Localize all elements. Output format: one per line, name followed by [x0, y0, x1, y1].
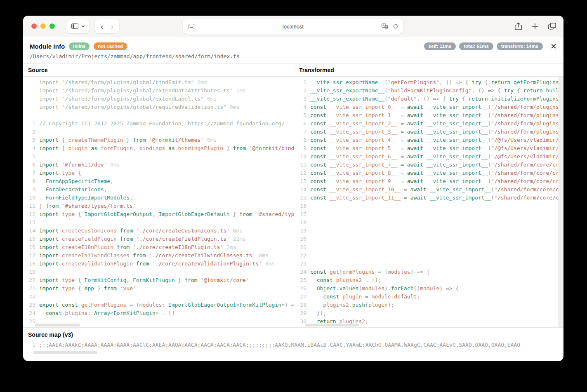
- svg-text:A: A: [383, 24, 385, 27]
- source-horizontal-scrollbar[interactable]: [35, 324, 80, 326]
- tab-overview-icon[interactable]: [548, 23, 556, 30]
- line-number: [23, 95, 35, 103]
- code-text: export const getFormPlugins = (modules: …: [39, 301, 294, 309]
- code-line: 6import '@formkit/dev' 0ms: [23, 161, 294, 169]
- code-line: 5const __vite_ssr_import_1__ = await __v…: [294, 111, 563, 120]
- code-text: __vite_ssr_exportName__("default", () =>…: [310, 95, 563, 103]
- line-number: 6: [23, 161, 35, 169]
- code-line: 16: [294, 202, 563, 210]
- code-line: 28 plugins2.push(plugin);: [294, 301, 563, 309]
- code-line: import "/shared/form/plugins/global/exte…: [23, 87, 294, 95]
- code-text: const __vite_ssr_import_8__ = await __vi…: [310, 169, 563, 177]
- code-text: import createI18nPlugin from './core/cre…: [39, 243, 236, 251]
- sidebar-toggle-button[interactable]: [67, 19, 89, 33]
- code-text: const __vite_ssr_import_0__ = await __vi…: [310, 103, 563, 111]
- code-line: 22: [23, 293, 294, 301]
- line-number: 12: [23, 210, 35, 218]
- code-line: 11} from '#shared/types/form.ts': [23, 202, 294, 210]
- source-code[interactable]: import "/shared/form/plugins/global/bind…: [23, 77, 294, 327]
- transformed-panel-title: Transformed: [294, 64, 563, 76]
- code-text: const __vite_ssr_import_3__ = await __vi…: [310, 128, 563, 136]
- transformed-horizontal-scrollbar[interactable]: [305, 324, 359, 326]
- share-icon[interactable]: [515, 22, 522, 31]
- code-text: } from '#shared/types/form.ts': [39, 202, 136, 210]
- line-number: 9: [294, 144, 306, 153]
- line-number: 11: [294, 161, 306, 169]
- code-line: 19: [294, 227, 563, 235]
- translate-icon[interactable]: A文: [382, 23, 389, 29]
- code-text: import '@formkit/dev' 0ms: [39, 161, 120, 169]
- transformed-code[interactable]: 1__vite_ssr_exportName__("getFormPlugins…: [294, 77, 563, 327]
- code-text: __vite_ssr_exportName__("buildFormKitPlu…: [310, 87, 563, 95]
- sourcemap-line: 1;;;AAEA;AAAkC;AAAA;AAAA;AAAA;AAClC;AAEA…: [23, 340, 563, 350]
- line-number: 19: [294, 227, 306, 235]
- code-line: 21import type { App } from 'vue': [23, 284, 294, 293]
- line-number: 16: [294, 202, 306, 210]
- line-number: 18: [23, 260, 35, 268]
- browser-toolbar: ‹ › localhost A文: [23, 16, 563, 37]
- line-number: 17: [23, 251, 35, 260]
- line-number: [23, 111, 35, 120]
- code-line: 17import createTailwindClasses from './c…: [23, 251, 294, 260]
- code-text: const __vite_ssr_import_5__ = await __vi…: [310, 144, 563, 153]
- traffic-lights: [31, 23, 55, 29]
- back-button[interactable]: ‹: [101, 22, 104, 31]
- code-text: Object.values(modules).forEach((module) …: [310, 284, 459, 293]
- code-line: 21: [294, 243, 563, 251]
- line-number: 2: [294, 87, 306, 95]
- code-text: FormFieldTypeImportModules,: [39, 194, 133, 202]
- code-text: const __vite_ssr_import_9__ = await __vi…: [310, 177, 563, 185]
- code-line: 20: [294, 235, 563, 243]
- line-number: 2: [23, 128, 35, 136]
- code-text: FormAppSpecificTheme,: [39, 177, 113, 185]
- window-zoom-button[interactable]: [50, 23, 55, 29]
- code-line: 7const __vite_ssr_import_3__ = await __v…: [294, 128, 563, 136]
- timing-badges: self: 11ms total: 61ms transform: 14ms: [424, 42, 543, 50]
- code-text: plugins2.push(plugin);: [310, 301, 394, 309]
- code-line: 9const __vite_ssr_import_5__ = await __v…: [294, 144, 563, 153]
- code-text: import type { ImportGlobEagerOutput, Imp…: [39, 210, 294, 218]
- forward-button[interactable]: ›: [111, 22, 114, 31]
- code-line: 23: [294, 260, 563, 268]
- code-line: 9 FormDecoratorIcons,: [23, 185, 294, 194]
- close-icon[interactable]: ✕: [550, 42, 557, 50]
- code-line: import "/shared/form/plugins/global/exte…: [23, 95, 294, 103]
- sourcemap-horizontal-scrollbar[interactable]: [33, 351, 97, 354]
- source-panel-title: Source: [23, 64, 294, 76]
- code-line: 4import { plugin as formPlugin, bindings…: [23, 144, 294, 153]
- vertical-scrollbar[interactable]: [558, 77, 563, 327]
- window-close-button[interactable]: [31, 23, 37, 29]
- line-number: 12: [294, 169, 306, 177]
- panel-headers: Source Transformed: [23, 63, 563, 77]
- line-number: 1: [294, 78, 306, 87]
- reload-icon[interactable]: [393, 23, 398, 29]
- code-line: 14import createCustomIcons from './core/…: [23, 227, 294, 235]
- url-text[interactable]: localhost: [183, 23, 403, 30]
- module-file-path: /Users/vladimir/Projects/zammad/app/fron…: [30, 53, 557, 59]
- line-number: 21: [23, 284, 35, 293]
- code-text: const plugins2 = [];: [310, 276, 381, 284]
- code-text: import createTailwindClasses from './cor…: [39, 251, 269, 260]
- address-bar[interactable]: localhost A文: [183, 19, 403, 34]
- code-line: 2__vite_ssr_exportName__("buildFormKitPl…: [294, 87, 563, 95]
- code-line: 18import createValidationPlugin from './…: [23, 260, 294, 268]
- line-number: 7: [23, 169, 35, 177]
- code-line: 6const __vite_ssr_import_2__ = await __v…: [294, 120, 563, 128]
- code-line: [23, 111, 294, 120]
- line-number: 30: [294, 317, 306, 326]
- code-text: const __vite_ssr_import_10__ = await __v…: [310, 185, 563, 194]
- svg-text:文: 文: [385, 26, 388, 28]
- code-text: const __vite_ssr_import_11__ = await __v…: [310, 194, 563, 202]
- window-minimize-button[interactable]: [40, 23, 46, 29]
- code-line: 22: [294, 251, 563, 260]
- code-line: 1// Copyright (C) 2012-2025 Zammad Found…: [23, 120, 294, 128]
- code-line: 17: [294, 210, 563, 218]
- code-line: 24const getFormPlugins = (modules) => {: [294, 268, 563, 276]
- line-number: 8: [23, 177, 35, 185]
- new-tab-icon[interactable]: [532, 23, 538, 30]
- line-number: 17: [294, 210, 306, 218]
- code-text: import "/shared/form/plugins/global/exte…: [39, 95, 217, 103]
- self-time-badge: self: 11ms: [424, 42, 456, 50]
- line-number: 6: [294, 120, 306, 128]
- code-line: 3__vite_ssr_exportName__("default", () =…: [294, 95, 563, 103]
